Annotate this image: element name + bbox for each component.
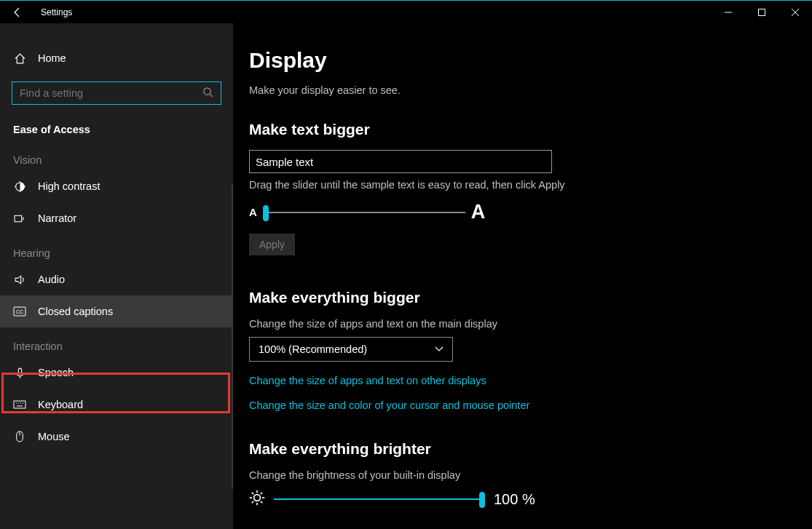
svg-line-29 [261, 493, 262, 494]
svg-line-27 [261, 501, 262, 503]
sidebar-item-label: Keyboard [38, 399, 83, 410]
section-hearing: Hearing [0, 234, 233, 263]
svg-point-2 [204, 87, 210, 94]
sidebar-item-label: Narrator [38, 212, 76, 224]
search-input[interactable] [20, 87, 202, 99]
big-a-label: A [471, 201, 486, 223]
microphone-icon [13, 367, 26, 379]
sidebar-item-speech[interactable]: Speech [0, 357, 233, 389]
section-vision: Vision [0, 141, 233, 170]
apply-button[interactable]: Apply [249, 234, 295, 255]
close-icon [791, 8, 800, 17]
narrator-icon [13, 212, 26, 225]
svg-rect-13 [14, 401, 25, 408]
svg-line-26 [252, 493, 253, 494]
back-button[interactable] [0, 1, 35, 24]
home-label: Home [38, 52, 66, 64]
scale-dropdown-value: 100% (Recommended) [259, 343, 367, 355]
sidebar-item-label: Mouse [38, 431, 70, 442]
svg-text:CC: CC [16, 309, 23, 314]
sidebar-item-closed-captions[interactable]: CC Closed captions [0, 295, 233, 327]
home-nav[interactable]: Home [0, 42, 233, 74]
sidebar-item-label: High contrast [38, 180, 100, 192]
brightness-label: Change the brightness of your built-in d… [249, 469, 812, 481]
back-arrow-icon [12, 7, 23, 18]
svg-rect-12 [18, 368, 21, 373]
section-everything-bigger-heading: Make everything bigger [249, 289, 812, 306]
search-box[interactable] [12, 81, 221, 105]
svg-rect-9 [15, 215, 22, 222]
minimize-button[interactable] [712, 1, 745, 24]
contrast-icon [13, 180, 26, 193]
brightness-icon [249, 490, 265, 509]
maximize-icon [757, 8, 766, 17]
window-title: Settings [41, 7, 72, 17]
closed-captions-icon: CC [13, 306, 26, 317]
brightness-slider-thumb[interactable] [479, 492, 485, 508]
sidebar-item-label: Speech [38, 367, 74, 378]
scale-label: Change the size of apps and text on the … [249, 318, 812, 330]
search-icon [202, 87, 213, 100]
home-icon [13, 52, 26, 65]
section-brighter-heading: Make everything brighter [249, 440, 812, 458]
text-size-slider[interactable] [263, 212, 465, 213]
page-title: Display [249, 48, 812, 73]
maximize-button[interactable] [745, 1, 779, 24]
minimize-icon [724, 8, 733, 17]
sidebar-item-audio[interactable]: Audio [0, 263, 233, 295]
sidebar-item-high-contrast[interactable]: High contrast [0, 170, 233, 202]
sidebar-item-mouse[interactable]: Mouse [0, 421, 233, 453]
scrollbar[interactable] [232, 183, 233, 489]
text-slider-hint: Drag the slider until the sample text is… [249, 179, 812, 191]
close-button[interactable] [779, 1, 812, 24]
brightness-slider[interactable] [274, 498, 485, 500]
svg-line-3 [210, 94, 213, 97]
audio-icon [13, 274, 26, 286]
sidebar-item-keyboard[interactable]: Keyboard [0, 389, 233, 421]
main-content: Display Make your display easier to see.… [233, 23, 812, 529]
sidebar-item-narrator[interactable]: Narrator [0, 202, 233, 234]
brightness-value: 100 % [494, 491, 535, 508]
svg-line-28 [252, 501, 253, 503]
sample-text-box: Sample text [249, 150, 552, 173]
section-text-bigger-heading: Make text bigger [249, 121, 812, 138]
text-size-slider-thumb[interactable] [263, 205, 269, 221]
section-interaction: Interaction [0, 327, 233, 357]
sidebar-item-label: Closed captions [38, 306, 113, 317]
mouse-icon [13, 431, 26, 443]
scale-dropdown[interactable]: 100% (Recommended) [249, 337, 453, 362]
link-cursor-pointer[interactable]: Change the size and color of your cursor… [249, 399, 812, 411]
sidebar-item-label: Audio [38, 274, 65, 285]
small-a-label: A [249, 206, 257, 218]
svg-rect-1 [759, 9, 765, 16]
svg-point-21 [254, 495, 261, 501]
chevron-down-icon [435, 346, 444, 352]
titlebar: Settings [0, 0, 812, 23]
category-header: Ease of Access [0, 112, 233, 141]
keyboard-icon [13, 400, 26, 409]
page-subtitle: Make your display easier to see. [249, 84, 812, 96]
link-other-displays[interactable]: Change the size of apps and text on othe… [249, 375, 812, 386]
sidebar: Home Ease of Access Vision High contrast [0, 23, 233, 529]
